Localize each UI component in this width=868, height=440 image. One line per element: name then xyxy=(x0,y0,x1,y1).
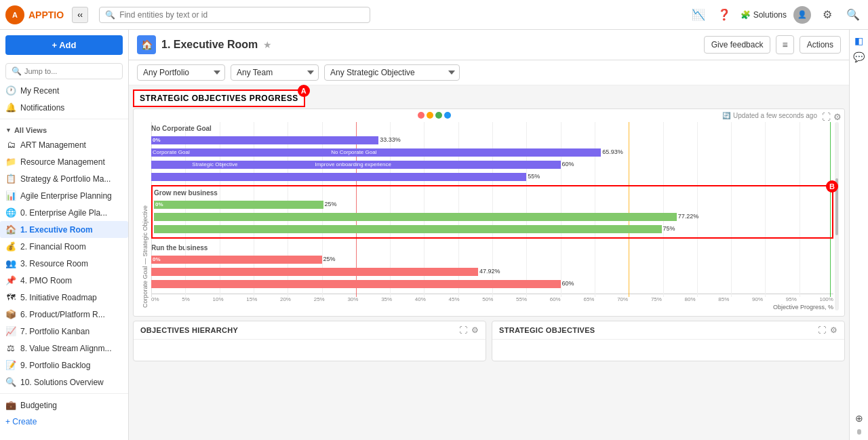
strategic-objective-filter[interactable]: Any Strategic Objective xyxy=(324,64,460,81)
sidebar-item-label: My Recent xyxy=(20,86,59,96)
financial-icon: 💰 xyxy=(5,241,16,252)
settings-icon[interactable]: ⚙ xyxy=(818,5,837,24)
global-search-toggle[interactable]: 🔍 xyxy=(844,5,863,24)
team-filter[interactable]: Any Team xyxy=(231,64,319,81)
x-tick-75: 75% xyxy=(651,296,662,302)
sidebar-item-portfolio-backlog[interactable]: 📝 9. Portfolio Backlog xyxy=(0,357,128,374)
portfolio-filter[interactable]: Any Portfolio xyxy=(137,64,225,81)
strategic-expand-icon[interactable]: ⛶ xyxy=(818,325,826,335)
solutions-menu[interactable]: 🧩 Solutions xyxy=(741,10,787,20)
sidebar-item-label: Budgeting xyxy=(20,401,57,410)
bar-row-4: 55% xyxy=(151,172,833,182)
sidebar-item-my-recent[interactable]: 🕐 My Recent xyxy=(0,82,128,99)
sidebar-item-portfolio-kanban[interactable]: 📈 7. Portfolio Kanban xyxy=(0,323,128,340)
add-button[interactable]: + Add xyxy=(5,35,123,55)
sidebar-item-label: 3. Resource Room xyxy=(20,259,88,268)
bar-fill-5: 0% xyxy=(154,201,323,209)
sidebar-item-value-stream[interactable]: ⚖ 8. Value Stream Alignm... xyxy=(0,340,128,357)
chart-scrollbar[interactable] xyxy=(833,122,839,311)
sidebar-search-box[interactable]: 🔍 xyxy=(5,63,123,79)
bar-label-end-7: 75% xyxy=(663,225,675,232)
x-tick-85: 85% xyxy=(718,296,729,302)
bar-label-end-4: 55% xyxy=(528,173,540,180)
sidebar-search-input[interactable] xyxy=(24,67,117,75)
create-label: + Create xyxy=(5,417,37,426)
x-tick-20: 20% xyxy=(280,296,291,302)
sidebar-item-enterprise-agile[interactable]: 🌐 0. Enterprise Agile Pla... xyxy=(0,204,128,221)
right-sidebar-icon-expand[interactable]: ⊕ xyxy=(855,413,863,424)
global-search-box[interactable]: 🔍 xyxy=(99,7,370,23)
scrollbar-track xyxy=(835,122,839,311)
bar-label-end-8: 25% xyxy=(323,256,336,262)
sidebar-item-strategy-portfolio[interactable]: 📋 Strategy & Portfolio Ma... xyxy=(0,170,128,187)
x-tick-40: 40% xyxy=(415,296,426,302)
sidebar-item-label: Notifications xyxy=(20,103,64,113)
y-axis-label: Corporate Goal — Strategic Objective xyxy=(139,122,151,311)
sidebar-item-art-management[interactable]: 🗂 ART Management xyxy=(0,136,128,153)
sidebar-item-agile-enterprise[interactable]: 📊 Agile Enterprise Planning xyxy=(0,187,128,204)
group-grow-new-business-box: B Grow new business 0% 25% xyxy=(151,185,833,239)
sidebar-item-label: 7. Portfolio Kanban xyxy=(20,327,90,336)
hierarchy-settings-icon[interactable]: ⚙ xyxy=(471,325,479,335)
sidebar-item-executive-room[interactable]: 🏠 1. Executive Room xyxy=(0,221,128,238)
sidebar-item-notifications[interactable]: 🔔 Notifications xyxy=(0,99,128,116)
sidebar-item-solutions-overview[interactable]: 🔍 10. Solutions Overview xyxy=(0,374,128,391)
help-icon[interactable]: ❓ xyxy=(715,5,734,24)
chart-settings-icon[interactable]: ⚙ xyxy=(833,112,842,122)
strategic-settings-icon[interactable]: ⚙ xyxy=(830,325,837,335)
enterprise-icon: 🌐 xyxy=(5,207,16,218)
app-logo[interactable]: A APPTIO xyxy=(5,5,64,24)
bar-label-8: 0% xyxy=(153,256,161,262)
bar-row-8: 0% 25% xyxy=(151,254,833,265)
favorite-star-icon[interactable]: ★ xyxy=(263,39,272,50)
analytics-icon[interactable]: 📉 xyxy=(689,5,708,24)
group-label-run: Run the business xyxy=(151,241,833,253)
bar-tooltip-2: Corporate Goal xyxy=(153,149,190,155)
chart-legend-dots xyxy=(418,112,451,119)
chart-plot-area: Corporate Goal — Strategic Objective xyxy=(134,119,844,313)
chart-widget-title: STRATEGIC OBJECTIVES PROGRESS xyxy=(140,94,298,103)
collapse-sidebar-button[interactable]: ‹‹ xyxy=(72,7,88,23)
global-search-input[interactable] xyxy=(119,10,364,20)
sidebar-item-pmo-room[interactable]: 📌 4. PMO Room xyxy=(0,272,128,289)
sidebar-item-resource-management[interactable]: 📁 Resource Management xyxy=(0,153,128,170)
sidebar-divider-2 xyxy=(0,393,128,394)
header-actions: Give feedback ≡ Actions xyxy=(704,35,841,54)
hierarchy-expand-icon[interactable]: ⛶ xyxy=(459,325,467,335)
main-layout: + Add 🔍 🕐 My Recent 🔔 Notifications ▼ Al… xyxy=(0,30,868,440)
right-sidebar-icon-1[interactable]: ◧ xyxy=(854,35,863,46)
dot-green xyxy=(435,112,442,119)
sidebar-item-product-platform[interactable]: 📦 6. Product/Platform R... xyxy=(0,306,128,323)
bar-row-6: 77.22% xyxy=(154,212,831,222)
filter-button[interactable]: ≡ xyxy=(776,35,793,54)
x-axis-label: Objective Progress, % xyxy=(151,302,833,311)
sidebar-item-resource-room[interactable]: 👥 3. Resource Room xyxy=(0,255,128,272)
x-tick-90: 90% xyxy=(752,296,763,302)
create-link[interactable]: + Create xyxy=(0,414,128,430)
x-tick-55: 55% xyxy=(516,296,527,302)
sidebar-item-budgeting[interactable]: 💼 Budgeting xyxy=(0,397,128,414)
x-tick-95: 95% xyxy=(786,296,797,302)
sidebar-item-financial-room[interactable]: 💰 2. Financial Room xyxy=(0,238,128,255)
x-tick-15: 15% xyxy=(246,296,257,302)
sidebar-item-initiative-roadmap[interactable]: 🗺 5. Initiative Roadmap xyxy=(0,289,128,306)
actions-button[interactable]: Actions xyxy=(800,36,841,54)
chevron-down-icon: ▼ xyxy=(5,127,12,134)
chart-expand-icon[interactable]: ⛶ xyxy=(822,112,831,122)
user-avatar[interactable]: 👤 xyxy=(793,6,811,24)
right-sidebar-icon-2[interactable]: 💬 xyxy=(853,52,865,62)
agile-icon: 📊 xyxy=(5,191,16,201)
sidebar-item-label: 5. Initiative Roadmap xyxy=(20,293,97,302)
x-axis: 0% 5% 10% 15% 20% 25% 30% 35% 40% 45% 50… xyxy=(151,294,833,302)
sidebar-item-label: ART Management xyxy=(20,140,86,150)
right-sidebar-spacer xyxy=(859,68,859,407)
resource-room-icon: 👥 xyxy=(5,258,16,268)
give-feedback-button[interactable]: Give feedback xyxy=(704,36,771,54)
executive-icon: 🏠 xyxy=(5,224,16,235)
all-views-header[interactable]: ▼ All Views xyxy=(0,122,128,136)
bar-label-5: 0% xyxy=(155,201,163,207)
right-scrollbar[interactable] xyxy=(857,429,861,435)
product-icon: 📦 xyxy=(5,309,16,319)
bar-label-start-1: 0% xyxy=(153,137,161,143)
badge-b: B xyxy=(826,180,838,193)
